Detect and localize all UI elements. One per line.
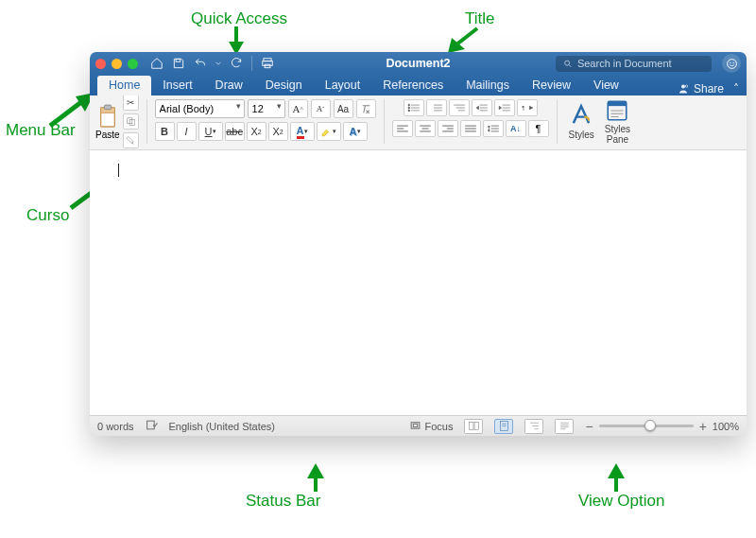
text-cursor <box>118 164 119 177</box>
bullets-button[interactable] <box>404 99 424 116</box>
print-layout-view[interactable] <box>494 419 513 434</box>
word-window: Document2 Home Insert Draw Design Layout… <box>90 52 747 436</box>
read-mode-view[interactable] <box>464 419 483 434</box>
tab-references[interactable]: References <box>371 76 455 95</box>
svg-rect-73 <box>146 421 154 429</box>
svg-rect-12 <box>176 59 180 61</box>
share-button[interactable]: Share <box>668 82 733 95</box>
outline-view[interactable] <box>524 419 543 434</box>
feedback-icon[interactable] <box>722 54 741 73</box>
status-bar: 0 words English (United States) Focus − … <box>90 415 747 436</box>
font-name-select[interactable]: Arial (Body) <box>155 99 245 118</box>
spellcheck-icon[interactable] <box>146 419 158 433</box>
save-icon[interactable] <box>170 55 187 72</box>
clear-formatting-button[interactable] <box>356 99 376 118</box>
anno-title: Title <box>465 9 495 28</box>
multilevel-list-button[interactable] <box>449 99 470 116</box>
search-box[interactable] <box>556 56 712 72</box>
align-center-button[interactable] <box>415 120 436 137</box>
svg-marker-10 <box>608 463 625 478</box>
align-right-button[interactable] <box>438 120 458 137</box>
close-window[interactable] <box>95 59 106 69</box>
zoom-percentage[interactable]: 100% <box>713 421 739 432</box>
clipboard-icon <box>97 104 118 129</box>
bold-button[interactable]: B <box>155 122 175 141</box>
subscript-button[interactable]: X2 <box>247 122 266 141</box>
svg-point-18 <box>727 59 736 68</box>
strikethrough-button[interactable]: abc <box>225 122 245 141</box>
svg-line-4 <box>50 102 81 126</box>
highlight-button[interactable]: ▾ <box>317 122 341 141</box>
svg-rect-75 <box>413 424 417 426</box>
zoom-thumb[interactable] <box>644 420 656 431</box>
svg-point-16 <box>565 61 570 65</box>
font-size-select[interactable]: 12 <box>248 99 285 118</box>
tab-view[interactable]: View <box>582 76 630 95</box>
arrow-status-bar <box>304 463 328 495</box>
underline-button[interactable]: U ▾ <box>198 122 223 141</box>
focus-mode[interactable]: Focus <box>409 420 454 432</box>
draft-view[interactable] <box>555 419 574 434</box>
svg-text:¶: ¶ <box>522 105 524 111</box>
line-spacing-button[interactable] <box>483 120 504 137</box>
svg-rect-15 <box>265 64 270 68</box>
svg-point-19 <box>730 62 730 63</box>
sort-button[interactable]: A↓ <box>506 120 526 137</box>
anno-status-bar: Status Bar <box>246 492 320 511</box>
maximize-window[interactable] <box>128 59 138 69</box>
anno-quick-access: Quick Access <box>191 9 287 28</box>
document-area[interactable] <box>90 150 747 415</box>
zoom-out-button[interactable]: − <box>585 419 593 434</box>
increase-indent-button[interactable] <box>494 99 515 116</box>
paste-button[interactable]: Paste <box>95 104 120 140</box>
search-input[interactable] <box>577 58 704 69</box>
change-case-button[interactable]: Aa <box>334 99 353 118</box>
grow-font-button[interactable]: A^ <box>288 99 308 118</box>
left-to-right-button[interactable]: ¶ <box>517 99 538 116</box>
copy-button[interactable] <box>123 113 139 130</box>
text-effects-button[interactable]: A▾ <box>343 122 368 141</box>
titlebar: Document2 <box>90 52 747 75</box>
styles-pane-button[interactable]: Styles Pane <box>601 98 634 145</box>
tab-insert[interactable]: Insert <box>151 76 203 95</box>
undo-dropdown-icon[interactable] <box>214 55 223 72</box>
zoom-control: − + 100% <box>585 419 739 434</box>
justify-button[interactable] <box>460 120 481 137</box>
svg-point-34 <box>407 110 409 112</box>
cut-button[interactable]: ✂ <box>123 95 139 111</box>
ribbon: Paste ✂ Arial (Body) 12 A^ Aˇ Aa <box>90 95 747 150</box>
show-marks-button[interactable]: ¶ <box>528 120 549 137</box>
group-paragraph: ¶ A↓ ¶ <box>392 99 558 144</box>
tab-draw[interactable]: Draw <box>204 76 254 95</box>
undo-icon[interactable] <box>192 55 209 72</box>
svg-marker-8 <box>307 463 324 478</box>
format-painter-button[interactable] <box>123 132 139 148</box>
decrease-indent-button[interactable] <box>472 99 492 116</box>
minimize-window[interactable] <box>112 59 122 69</box>
font-color-button[interactable]: A▾ <box>290 122 315 141</box>
align-left-button[interactable] <box>392 120 413 137</box>
arrow-view-option <box>605 463 628 495</box>
redo-icon[interactable] <box>228 55 245 72</box>
tab-mailings[interactable]: Mailings <box>455 76 521 95</box>
collapse-ribbon-icon[interactable]: ˄ <box>733 82 747 95</box>
home-icon[interactable] <box>148 55 165 72</box>
tab-design[interactable]: Design <box>254 76 314 95</box>
tab-review[interactable]: Review <box>521 76 582 95</box>
tab-layout[interactable]: Layout <box>314 76 372 95</box>
word-count[interactable]: 0 words <box>97 421 134 432</box>
svg-rect-74 <box>411 423 420 429</box>
svg-marker-45 <box>476 106 478 110</box>
focus-label: Focus <box>425 421 454 432</box>
zoom-in-button[interactable]: + <box>699 419 707 434</box>
superscript-button[interactable]: X2 <box>268 122 288 141</box>
shrink-font-button[interactable]: Aˇ <box>311 99 331 118</box>
print-icon[interactable] <box>259 55 276 72</box>
italic-button[interactable]: I <box>177 122 197 141</box>
zoom-slider[interactable] <box>599 425 694 427</box>
styles-button[interactable]: Styles <box>565 103 598 140</box>
numbering-button[interactable] <box>426 99 447 116</box>
svg-rect-77 <box>474 423 478 430</box>
language-status[interactable]: English (United States) <box>169 421 276 432</box>
tab-home[interactable]: Home <box>97 76 151 95</box>
